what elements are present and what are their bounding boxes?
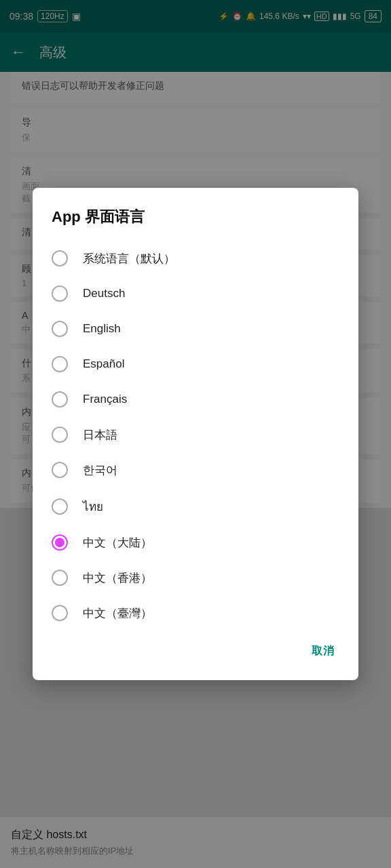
radio-label-chinese-taiwan: 中文（臺灣） [83,606,152,621]
radio-circle-thai [52,498,68,515]
radio-circle-japanese [52,427,68,443]
radio-circle-system [52,250,68,267]
radio-label-deutsch: Deutsch [83,287,125,300]
radio-circle-francais [52,391,68,408]
language-option-korean[interactable]: 한국어 [33,452,358,488]
language-option-thai[interactable]: ไทย [33,488,358,525]
radio-label-thai: ไทย [83,497,103,515]
language-option-chinese-taiwan[interactable]: 中文（臺灣） [33,595,358,631]
radio-circle-deutsch [52,285,68,302]
radio-label-francais: Français [83,393,127,406]
overlay[interactable]: App 界面语言 系统语言（默认）DeutschEnglishEspañolFr… [0,0,391,868]
radio-circle-espanol [52,356,68,372]
language-option-chinese-hongkong[interactable]: 中文（香港） [33,560,358,595]
language-list: 系统语言（默认）DeutschEnglishEspañolFrançais日本語… [33,241,358,631]
radio-label-chinese-mainland: 中文（大陆） [83,535,152,551]
dialog-title: App 界面语言 [33,207,358,241]
language-option-francais[interactable]: Français [33,382,358,417]
radio-label-korean: 한국어 [83,462,117,478]
radio-circle-chinese-mainland [52,534,68,551]
language-option-chinese-mainland[interactable]: 中文（大陆） [33,525,358,560]
language-option-espanol[interactable]: Español [33,347,358,382]
language-option-deutsch[interactable]: Deutsch [33,276,358,311]
language-dialog: App 界面语言 系统语言（默认）DeutschEnglishEspañolFr… [33,188,358,680]
radio-label-english: English [83,322,121,336]
language-option-system[interactable]: 系统语言（默认） [33,241,358,276]
language-option-english[interactable]: English [33,311,358,347]
radio-label-chinese-hongkong: 中文（香港） [83,570,152,586]
radio-label-espanol: Español [83,357,124,371]
radio-circle-chinese-taiwan [52,605,68,621]
radio-circle-korean [52,462,68,478]
radio-label-japanese: 日本語 [83,427,117,443]
dialog-actions: 取消 [33,631,358,675]
radio-circle-english [52,321,68,337]
radio-circle-chinese-hongkong [52,570,68,586]
radio-label-system: 系统语言（默认） [83,251,175,267]
language-option-japanese[interactable]: 日本語 [33,417,358,452]
cancel-button[interactable]: 取消 [303,639,342,664]
